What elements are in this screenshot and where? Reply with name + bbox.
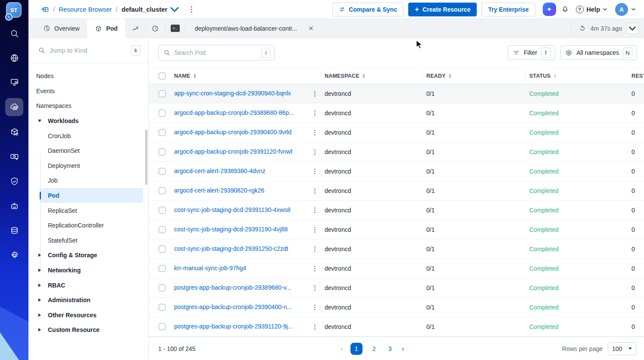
compare-sync-button[interactable]: Compare & Sync bbox=[332, 3, 403, 16]
sidebar-item[interactable]: Nodes bbox=[28, 69, 148, 84]
namespace-selector-button[interactable]: All namespaces N bbox=[560, 45, 637, 60]
pod-name-link[interactable]: cost-sync-job-staging-dcd-29391130-4xws8 bbox=[174, 206, 291, 213]
rows-per-page-select[interactable]: 100 bbox=[608, 342, 636, 355]
cost-icon[interactable] bbox=[5, 147, 23, 165]
applications-package-icon[interactable] bbox=[5, 123, 23, 141]
row-checkbox[interactable] bbox=[159, 187, 166, 194]
table-row[interactable]: postgres-app-backup-cronjob-29389680-v..… bbox=[149, 278, 644, 298]
column-header-ready[interactable]: READY bbox=[426, 73, 529, 79]
row-kebab-icon[interactable]: ⋮ bbox=[309, 167, 325, 175]
tab-deployment-aws-load-balancer[interactable]: deployment/aws-load-balancer-contr... ✕ bbox=[185, 19, 323, 38]
search-pod-input[interactable] bbox=[174, 49, 247, 56]
terminal-icon[interactable]: >_ bbox=[166, 19, 185, 38]
globe-icon[interactable] bbox=[5, 49, 23, 67]
sidebar-item[interactable]: ReplicationController bbox=[28, 218, 148, 233]
pod-name-link[interactable]: argocd-cert-alert-29389380-4dvnz bbox=[174, 167, 266, 174]
row-kebab-icon[interactable]: ⋮ bbox=[309, 226, 325, 234]
sidebar-item[interactable]: DaemonSet bbox=[28, 143, 148, 158]
clusters-monitor-icon[interactable] bbox=[5, 73, 23, 91]
row-checkbox[interactable] bbox=[159, 323, 166, 330]
next-page-icon[interactable]: › bbox=[402, 344, 404, 353]
page-1-button[interactable]: 1 bbox=[350, 343, 363, 355]
table-row[interactable]: cost-sync-job-staging-dcd-29391250-c2zdt… bbox=[149, 240, 644, 259]
row-checkbox[interactable] bbox=[159, 110, 166, 117]
table-row[interactable]: argocd-cert-alert-29390820-rgk26 ⋮ devtr… bbox=[149, 181, 644, 201]
page-2-button[interactable]: 2 bbox=[370, 345, 378, 352]
pod-name-link[interactable]: postgres-app-backup-cronjob-29391120-9j.… bbox=[174, 323, 293, 330]
sidebar-item[interactable]: Workloads bbox=[28, 114, 148, 129]
assistant-bot-icon[interactable] bbox=[5, 197, 23, 215]
app-logo[interactable]: ST ϟ bbox=[6, 2, 22, 18]
row-kebab-icon[interactable]: ⋮ bbox=[309, 265, 325, 272]
row-checkbox[interactable] bbox=[159, 284, 166, 291]
table-row[interactable]: postgres-app-backup-cronjob-29391120-9j.… bbox=[149, 317, 644, 337]
row-checkbox[interactable] bbox=[159, 148, 166, 155]
row-checkbox[interactable] bbox=[159, 129, 166, 136]
pod-name-link[interactable]: app-sync-cron-staging-dcd-29390940-bqnlx bbox=[174, 90, 291, 97]
cluster-selector[interactable]: default_cluster bbox=[122, 5, 179, 14]
table-row[interactable]: krr-manual-sync-job-97hg4 ⋮ devtroncd 0/… bbox=[149, 259, 644, 278]
filter-button[interactable]: Filter f bbox=[508, 45, 555, 60]
breadcrumb-kebab-icon[interactable]: ⋮ bbox=[188, 5, 195, 14]
row-checkbox[interactable] bbox=[159, 226, 166, 233]
pod-name-link[interactable]: argocd-app-backup-cronjob-29389680-86p..… bbox=[174, 109, 294, 116]
column-header-restarts[interactable]: RESTARTS bbox=[631, 73, 644, 79]
row-kebab-icon[interactable]: ⋮ bbox=[309, 187, 325, 195]
column-header-namespace[interactable]: NAMESPACE bbox=[325, 73, 426, 79]
monitoring-gauge-icon[interactable] bbox=[146, 19, 165, 38]
sidebar-item[interactable]: ReplicaSet bbox=[28, 203, 148, 218]
table-row[interactable]: argocd-app-backup-cronjob-29391120-fvnwf… bbox=[149, 142, 644, 162]
pod-name-link[interactable]: argocd-app-backup-cronjob-29390400-9vtld bbox=[174, 129, 291, 136]
sidebar-scrollbar[interactable] bbox=[145, 129, 147, 185]
row-kebab-icon[interactable]: ⋮ bbox=[309, 109, 325, 117]
pod-name-link[interactable]: postgres-app-backup-cronjob-29390400-n..… bbox=[174, 303, 292, 310]
pod-name-link[interactable]: cost-sync-job-staging-dcd-29391190-4vj88 bbox=[174, 226, 288, 233]
table-row[interactable]: cost-sync-job-staging-dcd-29391130-4xws8… bbox=[149, 201, 644, 220]
row-checkbox[interactable] bbox=[159, 90, 166, 97]
close-tab-icon[interactable]: ✕ bbox=[308, 25, 314, 32]
sidebar-item[interactable]: Administration bbox=[28, 293, 148, 308]
sidebar-item[interactable]: Custom Resource bbox=[28, 322, 148, 338]
sidebar-item[interactable]: Events bbox=[28, 84, 148, 99]
row-checkbox[interactable] bbox=[159, 246, 166, 253]
row-kebab-icon[interactable]: ⋮ bbox=[309, 245, 325, 253]
jump-to-kind-search[interactable]: k bbox=[28, 38, 148, 63]
settings-gear-icon[interactable] bbox=[5, 246, 23, 264]
table-row[interactable]: app-sync-cron-staging-dcd-29390940-bqnlx… bbox=[149, 84, 644, 104]
row-checkbox[interactable] bbox=[159, 304, 166, 311]
breadcrumb-resource-browser-link[interactable]: Resource Browser bbox=[59, 6, 112, 13]
sidebar-item[interactable]: Job bbox=[28, 173, 148, 188]
tab-overview[interactable]: Overview bbox=[35, 19, 87, 38]
search-icon[interactable] bbox=[5, 24, 23, 42]
table-row[interactable]: argocd-app-backup-cronjob-29390400-9vtld… bbox=[149, 123, 644, 142]
row-kebab-icon[interactable]: ⋮ bbox=[309, 284, 325, 292]
row-checkbox[interactable] bbox=[159, 265, 166, 272]
row-checkbox[interactable] bbox=[159, 168, 166, 175]
pod-name-link[interactable]: postgres-app-backup-cronjob-29389680-v..… bbox=[174, 284, 291, 291]
tab-pod[interactable]: Pod bbox=[87, 19, 125, 38]
table-row[interactable]: cost-sync-job-staging-dcd-29391190-4vj88… bbox=[149, 220, 644, 240]
page-3-button[interactable]: 3 bbox=[386, 345, 394, 352]
jump-to-kind-input[interactable] bbox=[50, 47, 110, 54]
sidebar-item[interactable]: Config & Storage bbox=[28, 248, 148, 263]
sidebar-item[interactable]: Networking bbox=[28, 263, 148, 278]
user-menu[interactable]: A bbox=[615, 3, 635, 16]
sidebar-item[interactable]: CronJob bbox=[28, 128, 148, 143]
table-row[interactable]: argocd-app-backup-cronjob-29389680-86p..… bbox=[149, 104, 644, 123]
pod-name-link[interactable]: argocd-cert-alert-29390820-rgk26 bbox=[174, 187, 264, 194]
row-kebab-icon[interactable]: ⋮ bbox=[309, 148, 325, 156]
table-row[interactable]: argocd-cert-alert-29389380-4dvnz ⋮ devtr… bbox=[149, 162, 644, 181]
sidebar-item[interactable]: StatefulSet bbox=[28, 233, 148, 248]
pod-name-link[interactable]: argocd-app-backup-cronjob-29391120-fvnwf bbox=[174, 148, 292, 155]
previous-page-icon[interactable]: ‹ bbox=[341, 344, 343, 353]
table-row[interactable]: postgres-app-backup-cronjob-29390400-n..… bbox=[149, 298, 644, 317]
search-pod-box[interactable]: / bbox=[158, 45, 275, 60]
try-enterprise-button[interactable]: Try Enterprise bbox=[481, 3, 535, 16]
help-menu[interactable]: ? Help bbox=[576, 6, 607, 13]
select-all-checkbox[interactable] bbox=[159, 73, 166, 79]
sidebar-item[interactable]: Pod bbox=[28, 188, 148, 203]
column-header-name[interactable]: NAME bbox=[174, 73, 309, 79]
row-kebab-icon[interactable]: ⋮ bbox=[309, 90, 325, 98]
row-kebab-icon[interactable]: ⋮ bbox=[309, 206, 325, 214]
row-kebab-icon[interactable]: ⋮ bbox=[309, 323, 325, 331]
